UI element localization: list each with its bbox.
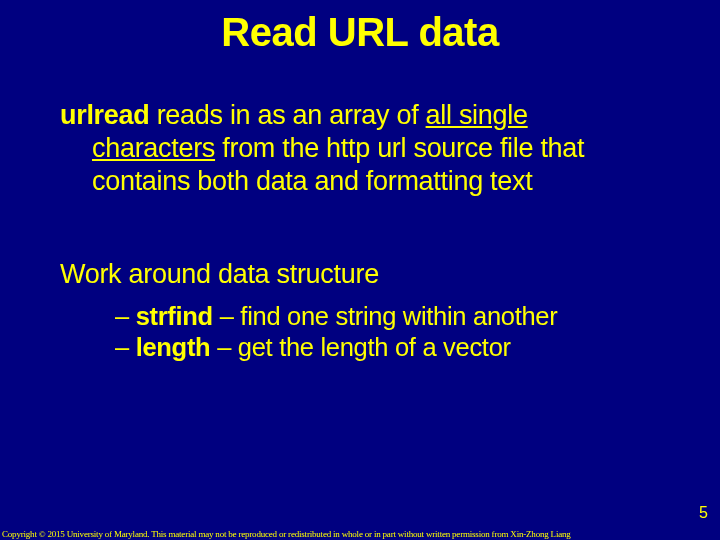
keyword-length: length [136, 333, 211, 361]
slide-title: Read URL data [0, 6, 720, 55]
page-number: 5 [699, 504, 708, 522]
sub2-tail: – get the length of a vector [210, 333, 510, 361]
dash: – [115, 333, 136, 361]
dash: – [115, 302, 136, 330]
sub-item-strfind: – strfind – find one string within anoth… [115, 301, 660, 332]
paragraph-urlread: urlread reads in as an array of all sing… [60, 99, 652, 198]
copyright-notice: Copyright © 2015 University of Maryland.… [0, 529, 720, 539]
para1-text-a: reads in as an array of [149, 100, 425, 130]
sub-item-length: – length – get the length of a vector [115, 332, 660, 363]
slide-body: urlread reads in as an array of all sing… [0, 55, 720, 363]
keyword-strfind: strfind [136, 302, 213, 330]
sub-list: – strfind – find one string within anoth… [60, 301, 660, 363]
sub1-tail: – find one string within another [213, 302, 558, 330]
paragraph-workaround: Work around data structure [60, 258, 660, 291]
slide-container: Read URL data urlread reads in as an arr… [0, 0, 720, 540]
keyword-urlread: urlread [60, 100, 149, 130]
